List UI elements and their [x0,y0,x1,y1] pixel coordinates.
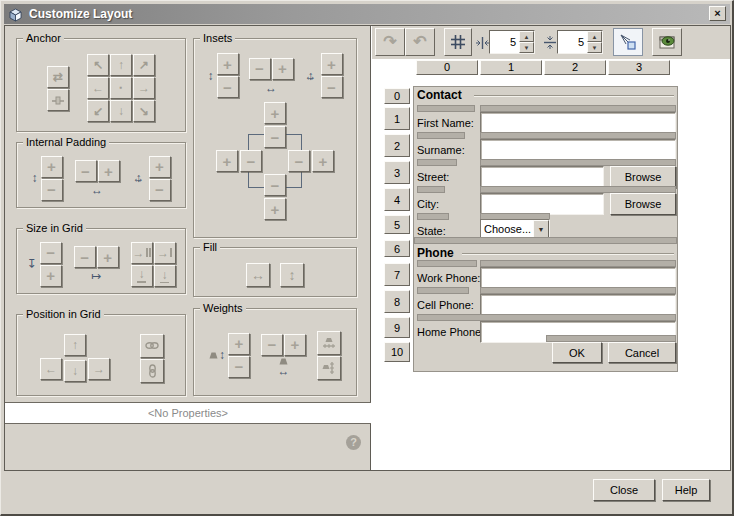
close-button[interactable]: Close [593,479,655,501]
weighty-minus-button[interactable]: − [228,356,250,378]
inset-horizontal-plus-button[interactable]: + [272,58,294,80]
city-field[interactable] [480,193,604,215]
move-right-button[interactable]: → [88,358,110,380]
titlebar[interactable]: Customize Layout × [4,4,730,24]
anchor-baseline-button[interactable] [47,89,69,111]
equalize-weights-horizontal-button[interactable] [317,331,341,355]
anchor-w-button[interactable]: ← [87,77,109,99]
row-header-4[interactable]: 4 [384,188,410,211]
move-down-button[interactable]: ↓ [64,360,86,382]
row-header-10[interactable]: 10 [384,342,410,362]
equalize-weights-vertical-button[interactable] [317,356,341,380]
city-browse-button[interactable]: Browse [610,193,676,215]
hgap-spin-up-button[interactable]: ▲ [519,31,534,42]
vertical-gap-spinner[interactable]: 5 ▲ ▼ [557,30,603,54]
anchor-s-button[interactable]: ↓ [110,100,132,122]
preview-layout-button[interactable] [652,28,682,56]
gridwidth-plus-button[interactable]: + [97,246,119,268]
row-header-9[interactable]: 9 [384,317,410,338]
street-field[interactable] [480,166,604,188]
anchor-sw-button[interactable]: ↙ [87,100,109,122]
group-fill: Fill ↔ ↕ [193,247,357,297]
column-header-3[interactable]: 3 [608,60,670,75]
row-header-1[interactable]: 1 [384,107,410,130]
height-remainder-button[interactable]: ↓ [131,265,153,287]
help-button[interactable]: Help [662,479,710,501]
inset-bottom-plus-button[interactable]: + [264,198,286,220]
vgap-spin-up-button[interactable]: ▲ [587,31,602,42]
ok-button[interactable]: OK [552,342,602,363]
surname-field[interactable] [480,139,676,161]
ipad-vertical-minus-button[interactable]: − [41,179,63,201]
fill-vertical-button[interactable]: ↕ [280,263,304,287]
anchor-se-button[interactable]: ↘ [133,100,155,122]
row-header-2[interactable]: 2 [384,134,410,157]
anchor-center-button[interactable]: ▪ [110,77,132,99]
height-relative-button[interactable]: ↓ [154,265,176,287]
anchor-n-button[interactable]: ↑ [110,54,132,76]
fill-horizontal-button[interactable]: ↔ [246,263,270,287]
ipad-horizontal-plus-button[interactable]: + [98,160,120,182]
work-phone-field[interactable] [480,267,676,289]
width-remainder-button[interactable]: → [131,242,153,264]
window-close-button[interactable]: × [709,6,726,21]
ipad-both-plus-button[interactable]: + [149,156,171,178]
row-header-7[interactable]: 7 [384,263,410,286]
column-header-0[interactable]: 0 [416,60,478,75]
gaps-toggle-button[interactable] [444,28,472,56]
minus-icon: − [247,154,256,169]
hgap-spin-down-button[interactable]: ▼ [519,42,534,53]
redo-button[interactable]: ↷ [375,28,405,56]
vgap-spin-down-button[interactable]: ▼ [587,42,602,53]
width-relative-button[interactable]: → [154,242,176,264]
weightx-minus-button[interactable]: − [261,334,283,356]
undo-button[interactable]: ↶ [405,28,435,56]
inset-horizontal-minus-button[interactable]: − [249,58,271,80]
cancel-button[interactable]: Cancel [608,342,676,363]
inset-right-plus-button[interactable]: + [312,150,334,172]
row-header-8[interactable]: 8 [384,290,410,313]
row-header-5[interactable]: 5 [384,215,410,234]
anchor-nw-button[interactable]: ↖ [87,54,109,76]
ipad-horizontal-minus-button[interactable]: − [75,160,97,182]
anchor-bidirectional-button[interactable]: ⇄ [47,66,69,88]
gridwidth-minus-button[interactable]: − [74,246,96,268]
chain-vertical-icon [148,364,157,378]
inset-vertical-minus-button[interactable]: − [217,76,239,98]
gridheight-plus-button[interactable]: + [40,265,62,287]
move-left-button[interactable]: ← [40,358,62,380]
street-browse-button[interactable]: Browse [610,166,676,188]
horizontal-gap-value[interactable]: 5 [490,31,519,53]
column-header-1[interactable]: 1 [480,60,542,75]
selection-mode-toggle-button[interactable] [613,28,643,56]
inset-top-minus-button[interactable]: − [264,126,286,148]
row-header-6[interactable]: 6 [384,240,410,257]
gridheight-minus-button[interactable]: − [40,242,62,264]
inset-all-plus-button[interactable]: + [321,53,343,75]
link-vertical-button[interactable] [140,359,164,383]
inset-bottom-minus-button[interactable]: − [264,174,286,196]
first-name-field[interactable] [480,112,676,134]
inset-all-minus-button[interactable]: − [321,76,343,98]
minus-icon: − [81,164,90,179]
cell-phone-field[interactable] [480,294,676,316]
weightx-plus-button[interactable]: + [284,334,306,356]
inset-right-minus-button[interactable]: − [288,150,310,172]
row-header-0[interactable]: 0 [384,88,410,104]
link-horizontal-button[interactable] [140,334,164,358]
inset-top-plus-button[interactable]: + [264,102,286,124]
ipad-vertical-plus-button[interactable]: + [41,156,63,178]
anchor-e-button[interactable]: → [133,77,155,99]
column-header-2[interactable]: 2 [544,60,606,75]
ipad-both-minus-button[interactable]: − [149,179,171,201]
context-help-icon[interactable]: ? [346,435,361,450]
horizontal-gap-spinner[interactable]: 5 ▲ ▼ [489,30,535,54]
move-up-button[interactable]: ↑ [64,334,86,356]
weighty-plus-button[interactable]: + [228,333,250,355]
inset-left-minus-button[interactable]: − [240,150,262,172]
row-header-3[interactable]: 3 [384,161,410,184]
inset-vertical-plus-button[interactable]: + [217,53,239,75]
anchor-ne-button[interactable]: ↗ [133,54,155,76]
vertical-gap-value[interactable]: 5 [558,31,587,53]
inset-left-plus-button[interactable]: + [216,150,238,172]
